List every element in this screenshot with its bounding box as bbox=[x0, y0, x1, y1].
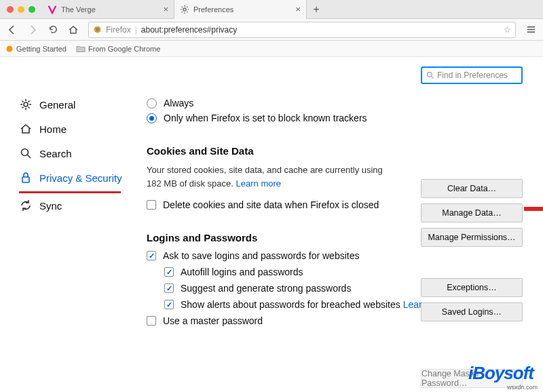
cookies-description: Your stored cookies, site data, and cach… bbox=[147, 163, 398, 190]
watermark-text: wsxdn.com bbox=[507, 384, 538, 391]
checkbox-label: Delete cookies and site data when Firefo… bbox=[163, 199, 379, 210]
new-tab-button[interactable]: + bbox=[307, 3, 326, 16]
svg-rect-7 bbox=[22, 177, 29, 182]
radio-icon bbox=[147, 113, 157, 123]
bookmark-star-icon[interactable]: ☆ bbox=[504, 25, 511, 35]
reload-button[interactable] bbox=[43, 20, 62, 39]
clear-data-button[interactable]: Clear Data… bbox=[421, 179, 523, 198]
radio-label: Only when Firefox is set to block known … bbox=[164, 113, 367, 123]
bookmark-item[interactable]: Getting Started bbox=[5, 45, 67, 53]
minimize-window[interactable] bbox=[18, 6, 24, 13]
preferences-main: Find in Preferences Always Only when Fir… bbox=[136, 57, 543, 392]
close-window[interactable] bbox=[7, 6, 14, 13]
sidebar-item-search[interactable]: Search bbox=[19, 141, 136, 165]
home-button[interactable] bbox=[64, 20, 83, 39]
back-button[interactable] bbox=[3, 20, 22, 39]
url-bar[interactable]: Firefox | about:preferences#privacy ☆ bbox=[88, 22, 516, 38]
tab-bar: The Verge × Preferences × + bbox=[0, 0, 543, 19]
svg-line-6 bbox=[28, 155, 31, 159]
manage-data-button[interactable]: Manage Data… bbox=[421, 203, 523, 222]
gear-icon bbox=[19, 98, 33, 111]
section-cookies-heading: Cookies and Site Data bbox=[147, 145, 527, 157]
sidebar-item-label: Privacy & Security bbox=[39, 172, 122, 184]
search-icon bbox=[426, 71, 434, 79]
svg-point-8 bbox=[428, 73, 432, 77]
svg-point-3 bbox=[7, 45, 13, 52]
nav-toolbar: Firefox | about:preferences#privacy ☆ bbox=[0, 19, 543, 41]
svg-point-5 bbox=[22, 149, 29, 156]
checkbox-icon bbox=[164, 283, 174, 293]
bookmark-label: From Google Chrome bbox=[88, 45, 160, 53]
svg-line-9 bbox=[432, 77, 434, 79]
sync-icon bbox=[19, 199, 33, 212]
sidebar-item-general[interactable]: General bbox=[19, 92, 136, 117]
manage-permissions-button[interactable]: Manage Permissions… bbox=[421, 228, 523, 247]
tab-title: Preferences bbox=[193, 5, 291, 14]
home-icon bbox=[19, 122, 33, 136]
checkbox-label: Autofill logins and passwords bbox=[181, 267, 303, 277]
search-input[interactable]: Find in Preferences bbox=[421, 66, 523, 84]
firefox-icon bbox=[5, 45, 14, 53]
window-controls[interactable] bbox=[0, 6, 42, 13]
svg-point-2 bbox=[96, 28, 99, 31]
maximize-window[interactable] bbox=[29, 6, 35, 13]
checkbox-label: Use a master password bbox=[163, 315, 263, 326]
exceptions-button[interactable]: Exceptions… bbox=[421, 278, 523, 297]
checkbox-icon bbox=[147, 251, 156, 260]
sidebar-item-sync[interactable]: Sync bbox=[19, 193, 136, 218]
bookmarks-bar: Getting Started From Google Chrome bbox=[0, 41, 543, 57]
sidebar-item-label: Sync bbox=[39, 200, 62, 212]
search-icon bbox=[19, 146, 33, 160]
checkbox-icon bbox=[164, 267, 174, 277]
checkbox-label: Ask to save logins and passwords for web… bbox=[163, 250, 359, 261]
close-icon[interactable]: × bbox=[295, 4, 301, 14]
url-prefix: Firefox bbox=[106, 25, 131, 35]
lock-icon bbox=[19, 171, 33, 184]
svg-point-0 bbox=[183, 7, 186, 10]
sidebar-item-privacy[interactable]: Privacy & Security bbox=[19, 165, 136, 190]
logins-button-group: Exceptions… Saved Logins… bbox=[421, 278, 523, 321]
radio-icon bbox=[147, 98, 157, 109]
checkbox-icon bbox=[164, 300, 174, 309]
menu-button[interactable] bbox=[521, 20, 540, 39]
radio-label: Always bbox=[164, 98, 193, 109]
checkbox-label: Suggest and generate strong passwords bbox=[181, 283, 351, 294]
sidebar-item-label: General bbox=[39, 99, 75, 111]
checkbox-ask-save[interactable]: Ask to save logins and passwords for web… bbox=[147, 250, 527, 261]
tab-title: The Verge bbox=[61, 5, 159, 14]
bookmark-folder[interactable]: From Google Chrome bbox=[76, 45, 160, 53]
search-placeholder: Find in Preferences bbox=[437, 71, 508, 80]
checkbox-icon bbox=[147, 200, 156, 210]
folder-icon bbox=[76, 45, 86, 53]
preferences-sidebar: General Home Search Privacy & Security S… bbox=[0, 57, 136, 392]
tab-the-verge[interactable]: The Verge × bbox=[42, 0, 174, 19]
saved-logins-button[interactable]: Saved Logins… bbox=[421, 302, 523, 321]
checkbox-icon bbox=[147, 316, 156, 326]
bookmark-label: Getting Started bbox=[16, 45, 67, 53]
sidebar-item-label: Search bbox=[39, 148, 72, 159]
cookies-button-group: Clear Data… Manage Data… Manage Permissi… bbox=[421, 179, 523, 247]
checkbox-label: Show alerts about passwords for breached… bbox=[181, 299, 451, 310]
url-text: about:preferences#privacy bbox=[141, 25, 237, 35]
annotation-arrow bbox=[524, 203, 543, 214]
learn-more-link[interactable]: Learn more bbox=[236, 178, 281, 189]
gear-icon bbox=[180, 5, 189, 14]
radio-always[interactable]: Always bbox=[147, 98, 527, 109]
tab-preferences[interactable]: Preferences × bbox=[174, 0, 307, 19]
sidebar-item-label: Home bbox=[39, 123, 67, 135]
sidebar-item-home[interactable]: Home bbox=[19, 117, 136, 141]
watermark-logo: iBoysoft bbox=[468, 363, 533, 384]
checkbox-autofill[interactable]: Autofill logins and passwords bbox=[164, 267, 527, 277]
forward-button[interactable] bbox=[23, 20, 42, 39]
close-icon[interactable]: × bbox=[163, 4, 168, 14]
verge-icon bbox=[48, 5, 57, 14]
radio-only-trackers[interactable]: Only when Firefox is set to block known … bbox=[147, 113, 527, 123]
svg-point-4 bbox=[24, 102, 28, 106]
firefox-icon bbox=[93, 25, 102, 34]
